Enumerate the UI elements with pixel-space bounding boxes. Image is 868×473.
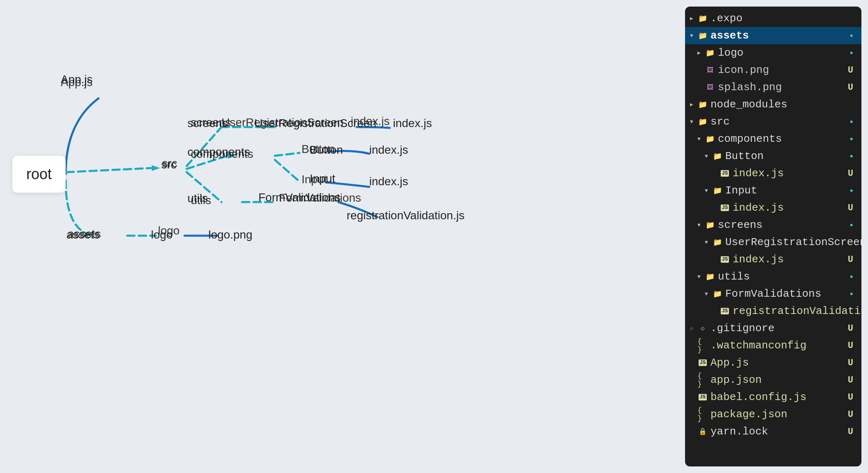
json-icon: { } <box>697 409 708 420</box>
file-badge: U <box>848 82 857 93</box>
logopng-label: logo.png <box>208 228 252 241</box>
chevron-icon: ▶ <box>690 15 697 22</box>
tree-item[interactable]: ▶🖼splash.pngU <box>685 79 861 96</box>
form-validations-label: FormValidations <box>258 191 340 204</box>
tree-item[interactable]: ▼📁assets● <box>685 27 861 44</box>
file-badge: ● <box>850 118 857 125</box>
tree-item-label: Input <box>725 184 850 197</box>
tree-item-label: node_modules <box>710 98 857 111</box>
json-icon: { } <box>697 340 708 351</box>
chevron-icon: ▶ <box>697 84 705 91</box>
png-icon: 🖼 <box>705 65 715 75</box>
svg-line-0 <box>66 168 152 172</box>
folder-icon: 📁 <box>697 13 708 24</box>
tree-item-label: components <box>718 133 850 145</box>
chevron-icon: ▶ <box>690 359 697 366</box>
tree-item[interactable]: ▼📁utils● <box>685 268 861 285</box>
tree-item[interactable]: ▶📁node_modules <box>685 96 861 113</box>
tree-item[interactable]: ▶{ }app.jsonU <box>685 371 861 389</box>
file-badge: ● <box>850 291 857 297</box>
index-urs-label: index.js <box>393 117 432 130</box>
assets-label: assets <box>66 228 100 241</box>
tree-item-label: index.js <box>733 202 848 214</box>
diagram-area: App.js src assets screens components uti… <box>0 0 685 473</box>
file-tree-panel: ▶📁.expo▼📁assets●▶📁logo●▶🖼icon.pngU▶🖼spla… <box>685 7 861 466</box>
js-icon: JS <box>720 306 730 316</box>
file-badge: ● <box>850 153 857 159</box>
tree-item-label: logo <box>718 47 850 59</box>
tree-item[interactable]: ▶JSregistrationValidation.jsU <box>685 302 861 320</box>
tree-item-label: index.js <box>733 167 848 180</box>
file-badge: ● <box>850 32 857 39</box>
tree-item-label: .expo <box>710 12 857 25</box>
root-label: root <box>26 166 52 183</box>
chevron-icon: ▶ <box>712 170 720 177</box>
tree-item[interactable]: ▶{ }.watchmanconfigU <box>685 337 861 354</box>
tree-item[interactable]: ▶JSindex.jsU <box>685 165 861 182</box>
chevron-icon: ▼ <box>697 136 705 142</box>
tree-item-label: app.json <box>710 374 848 386</box>
tree-item-label: icon.png <box>718 64 848 76</box>
tree-item[interactable]: ▼📁UserRegistrationScreen● <box>685 234 861 251</box>
json-icon: { } <box>697 375 708 385</box>
svg-line-7 <box>275 153 299 156</box>
js-icon: JS <box>720 168 730 179</box>
input-label: Input <box>310 172 335 185</box>
chevron-icon: ▼ <box>690 118 697 125</box>
tree-item-label: screens <box>718 219 850 231</box>
folder-icon: 📁 <box>712 185 723 196</box>
chevron-icon: ▶ <box>690 342 697 349</box>
root-node: root <box>12 156 66 193</box>
components-label: components <box>187 146 250 159</box>
tree-item[interactable]: ▼📁src● <box>685 113 861 130</box>
tree-item[interactable]: ▶🖼icon.pngU <box>685 61 861 79</box>
tree-item-label: package.json <box>710 408 848 421</box>
tree-item[interactable]: ▶JSindex.jsU <box>685 199 861 216</box>
button-label: Button <box>310 143 343 157</box>
tree-item-label: yarn.lock <box>710 425 848 438</box>
tree-item[interactable]: ▶JSindex.jsU <box>685 251 861 268</box>
folder-icon: 📁 <box>705 48 715 58</box>
folder-icon: 📁 <box>697 116 708 127</box>
tree-item-label: utils <box>718 271 850 283</box>
file-badge: U <box>848 65 857 75</box>
tree-item[interactable]: ▼📁screens● <box>685 216 861 234</box>
folder-icon: 📁 <box>712 289 723 299</box>
chevron-icon: ▼ <box>697 222 705 228</box>
folder-icon: 📁 <box>705 271 715 282</box>
tree-item[interactable]: ▼📁components● <box>685 130 861 148</box>
file-badge: U <box>848 323 857 334</box>
folder-icon: 📁 <box>705 220 715 230</box>
tree-item[interactable]: ▶📁.expo <box>685 10 861 27</box>
folder-icon: 📁 <box>705 134 715 144</box>
tree-item[interactable]: ◇◇.gitignoreU <box>685 320 861 337</box>
appjs-label: App.js <box>61 73 93 86</box>
tree-item[interactable]: ▶{ }package.jsonU <box>685 406 861 423</box>
tree-item-label: splash.png <box>718 81 848 93</box>
tree-item[interactable]: ▼📁Input● <box>685 182 861 199</box>
tree-item-label: index.js <box>733 253 848 266</box>
chevron-icon: ▶ <box>690 101 697 108</box>
tree-item[interactable]: ▶JSApp.jsU <box>685 354 861 371</box>
tree-item[interactable]: ▶JSbabel.config.jsU <box>685 389 861 406</box>
folder-icon: 📁 <box>697 30 708 41</box>
utils-label: utils <box>187 192 208 205</box>
chevron-icon: ▶ <box>712 205 720 211</box>
screens-label: screens <box>187 117 228 130</box>
tree-item-label: FormValidations <box>725 288 850 300</box>
file-badge: U <box>848 392 857 403</box>
chevron-icon: ▶ <box>690 411 697 418</box>
svg-line-8 <box>275 160 299 182</box>
png-icon: 🖼 <box>705 82 715 93</box>
tree-item-label: babel.config.js <box>710 391 848 403</box>
tree-item[interactable]: ▼📁Button● <box>685 148 861 165</box>
chevron-icon: ▼ <box>705 153 712 159</box>
folder-icon: 📁 <box>712 151 723 161</box>
tree-item[interactable]: ▼📁FormValidations● <box>685 285 861 302</box>
file-badge: U <box>848 255 857 265</box>
tree-item-label: App.js <box>710 357 848 369</box>
file-badge: U <box>848 358 857 368</box>
logo-label: logo <box>151 228 173 241</box>
tree-item[interactable]: ▶🔒yarn.lockU <box>685 423 861 440</box>
tree-item[interactable]: ▶📁logo● <box>685 44 861 61</box>
